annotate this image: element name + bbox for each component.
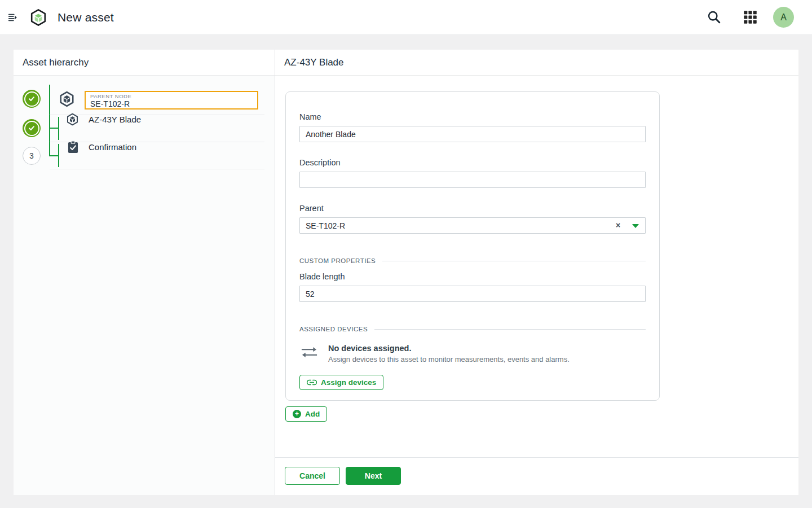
asset-form-card: Name Description Parent × CUSTO [285, 91, 660, 401]
section-rule [374, 329, 646, 330]
add-button-label: Add [305, 410, 320, 418]
cancel-label: Cancel [299, 471, 325, 480]
confirmation-clipboard-icon [68, 141, 78, 154]
step-2-done-icon [23, 119, 41, 137]
top-bar: New asset A [0, 0, 812, 35]
asset-hierarchy-title: Asset hierarchy [14, 50, 275, 76]
name-label: Name [299, 112, 646, 121]
cancel-button[interactable]: Cancel [285, 467, 340, 485]
section-rule [382, 261, 646, 261]
row-divider [50, 115, 264, 115]
parent-select-input[interactable] [299, 217, 646, 234]
user-avatar[interactable]: A [773, 7, 794, 28]
link-icon [307, 379, 317, 386]
chevron-down-icon[interactable] [632, 224, 639, 228]
step-3-label[interactable]: Confirmation [89, 142, 136, 152]
tree-line [49, 85, 50, 156]
search-icon [707, 10, 722, 25]
check-icon [28, 95, 36, 103]
plus-circle-icon: + [293, 410, 301, 418]
asset-hierarchy-panel: Asset hierarchy [14, 50, 275, 495]
tree-line [58, 144, 59, 167]
blade-length-input[interactable] [299, 286, 646, 302]
next-button[interactable]: Next [346, 467, 401, 485]
step-2-label[interactable]: AZ-43Y Blade [89, 115, 141, 124]
custom-properties-section: CUSTOM PROPERTIES [299, 257, 646, 264]
step-1-done-icon [23, 90, 41, 108]
asset-form-panel: AZ-43Y Blade Name Description Parent × [275, 50, 798, 495]
top-bar-actions: A [705, 7, 794, 28]
custom-properties-heading: CUSTOM PROPERTIES [299, 257, 376, 264]
name-input[interactable] [299, 126, 646, 142]
step-3-number-badge: 3 [23, 147, 41, 165]
asset-form-body: Name Description Parent × CUSTO [275, 76, 798, 457]
next-label: Next [365, 471, 382, 480]
assigned-devices-section: ASSIGNED DEVICES [299, 326, 646, 332]
wizard-footer: Cancel Next [275, 457, 798, 485]
page-title: New asset [58, 11, 114, 24]
asset-cube-logo-icon [29, 8, 47, 27]
step-3-number: 3 [29, 151, 34, 160]
no-devices-block: No devices assigned. Assign devices to t… [301, 344, 646, 364]
add-button[interactable]: + Add [285, 406, 327, 422]
menu-expand-icon [7, 11, 19, 24]
asset-form-title: AZ-43Y Blade [275, 50, 798, 76]
parent-node-value: SE-T102-R [90, 99, 253, 108]
parent-node-field[interactable]: PARENT NODE SE-T102-R [85, 91, 258, 110]
assigned-devices-heading: ASSIGNED DEVICES [299, 326, 368, 332]
description-label: Description [299, 158, 646, 167]
wizard-steps: PARENT NODE SE-T102-R AZ-43Y Blade [14, 85, 275, 175]
search-button[interactable] [705, 9, 722, 26]
parent-label: Parent [299, 204, 646, 213]
asset-cube-icon [66, 113, 79, 126]
check-icon [28, 124, 36, 132]
assign-devices-label: Assign devices [321, 378, 376, 387]
workspace: Asset hierarchy [14, 50, 798, 495]
clear-parent-icon[interactable]: × [613, 220, 623, 230]
tree-line [49, 155, 58, 156]
exchange-arrows-icon [301, 346, 318, 364]
assign-devices-button[interactable]: Assign devices [299, 375, 383, 390]
description-input[interactable] [299, 172, 646, 188]
avatar-letter: A [780, 12, 787, 23]
no-devices-title: No devices assigned. [328, 344, 570, 353]
menu-expand-button[interactable] [6, 10, 20, 25]
parent-select: × [299, 217, 646, 234]
row-divider [50, 169, 264, 169]
tree-line [49, 128, 58, 129]
app-switcher-button[interactable] [742, 9, 758, 26]
parent-node-label: PARENT NODE [90, 93, 253, 99]
row-divider [50, 142, 264, 142]
app-switcher-grid-icon [743, 10, 758, 25]
no-devices-subtitle: Assign devices to this asset to monitor … [328, 355, 570, 364]
tree-line [58, 117, 59, 140]
asset-cube-icon [59, 91, 75, 107]
blade-length-label: Blade length [299, 272, 646, 281]
